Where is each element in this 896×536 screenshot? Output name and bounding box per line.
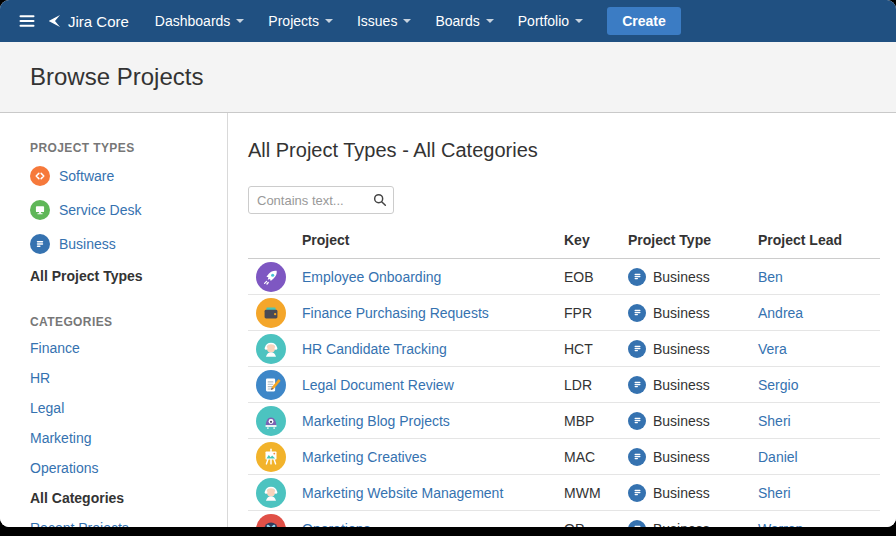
lead-column-header: Project Lead: [754, 226, 880, 259]
project-key: MWM: [560, 475, 624, 511]
project-type-label: Business: [653, 449, 710, 465]
content-area: PROJECT TYPES Software Service Desk Busi…: [0, 113, 896, 527]
business-type-icon: [628, 376, 646, 394]
project-key: MBP: [560, 403, 624, 439]
chevron-down-icon: [575, 19, 583, 23]
sidebar-item-legal: Legal: [30, 393, 217, 423]
person-icon: [256, 334, 286, 364]
nav-menu-item-projects[interactable]: Projects: [256, 0, 345, 42]
project-link[interactable]: Marketing Blog Projects: [302, 413, 450, 429]
project-link[interactable]: Employee Onboarding: [302, 269, 441, 285]
sidebar-item-software: Software: [30, 159, 217, 193]
project-lead-link[interactable]: Vera: [758, 341, 787, 357]
software-icon: [30, 166, 50, 186]
table-row: HR Candidate Tracking HCT Business Vera: [248, 331, 880, 367]
sidebar-item-hr: HR: [30, 363, 217, 393]
table-row: Finance Purchasing Requests FPR Business…: [248, 295, 880, 331]
hamburger-menu-icon[interactable]: [14, 8, 40, 34]
chevron-down-icon: [403, 19, 411, 23]
project-lead-link[interactable]: Warren: [758, 521, 803, 528]
table-row: Employee Onboarding EOB Business Ben: [248, 259, 880, 295]
type-column-header: Project Type: [624, 226, 754, 259]
create-button[interactable]: Create: [607, 7, 681, 35]
project-lead-link[interactable]: Sheri: [758, 485, 791, 501]
project-link[interactable]: Legal Document Review: [302, 377, 454, 393]
nav-menu-item-portfolio[interactable]: Portfolio: [506, 0, 595, 42]
app-window: Jira Core Dashboards Projects Issues Boa…: [0, 0, 896, 527]
tools-icon: [256, 514, 286, 528]
nav-menu-item-issues[interactable]: Issues: [345, 0, 423, 42]
business-type-icon: [628, 520, 646, 528]
business-type-icon: [628, 448, 646, 466]
project-key: OP: [560, 511, 624, 528]
project-type-label: Business: [653, 377, 710, 393]
sidebar-item-all-categories: All Categories: [30, 483, 217, 513]
project-type-label: Business: [653, 413, 710, 429]
business-type-icon: [628, 340, 646, 358]
sidebar-section: PROJECT TYPES Software Service Desk Busi…: [30, 141, 217, 291]
filters-sidebar: PROJECT TYPES Software Service Desk Busi…: [0, 113, 228, 527]
project-lead-link[interactable]: Sheri: [758, 413, 791, 429]
page-title: Browse Projects: [30, 63, 866, 91]
project-lead-link[interactable]: Daniel: [758, 449, 798, 465]
project-lead-link[interactable]: Sergio: [758, 377, 798, 393]
table-row: Marketing Blog Projects MBP Business She…: [248, 403, 880, 439]
sidebar-item-business: Business: [30, 227, 217, 261]
brand-label: Jira Core: [68, 13, 129, 30]
wallet-icon: [256, 298, 286, 328]
chevron-down-icon: [236, 19, 244, 23]
chevron-down-icon: [486, 19, 494, 23]
business-type-icon: [628, 304, 646, 322]
project-link[interactable]: HR Candidate Tracking: [302, 341, 447, 357]
sidebar-item-marketing: Marketing: [30, 423, 217, 453]
project-key: HCT: [560, 331, 624, 367]
business-type-icon: [628, 412, 646, 430]
business-icon: [30, 234, 50, 254]
project-type-label: Business: [653, 485, 710, 501]
sidebar-item-finance: Finance: [30, 333, 217, 363]
project-column-header: Project: [298, 226, 560, 259]
key-column-header: Key: [560, 226, 624, 259]
sidebar-item-operations: Operations: [30, 453, 217, 483]
easel-icon: [256, 442, 286, 472]
person-icon: [256, 478, 286, 508]
notepad-icon: [256, 370, 286, 400]
project-link[interactable]: Operations: [302, 521, 370, 528]
project-link[interactable]: Marketing Creatives: [302, 449, 427, 465]
project-key: FPR: [560, 295, 624, 331]
main-menu: Dashboards Projects Issues Boards Portfo…: [143, 0, 595, 42]
project-link[interactable]: Marketing Website Management: [302, 485, 503, 501]
chevron-down-icon: [325, 19, 333, 23]
avatar-column-header: [248, 226, 298, 259]
sidebar-item-recent-projects: Recent Projects: [30, 513, 217, 527]
nav-menu-item-dashboards[interactable]: Dashboards: [143, 0, 257, 42]
project-type-label: Business: [653, 341, 710, 357]
sidebar-section: CATEGORIES Finance HR Legal Marketing Op…: [30, 315, 217, 527]
top-navbar: Jira Core Dashboards Projects Issues Boa…: [0, 0, 896, 42]
business-type-icon: [628, 484, 646, 502]
page-header: Browse Projects: [0, 42, 896, 113]
table-row: Operations OP Business Warren: [248, 511, 880, 528]
service-desk-icon: [30, 200, 50, 220]
table-row: Marketing Creatives MAC Business Daniel: [248, 439, 880, 475]
project-key: LDR: [560, 367, 624, 403]
rocket-icon: [256, 262, 286, 292]
nav-menu-item-boards[interactable]: Boards: [423, 0, 505, 42]
project-lead-link[interactable]: Ben: [758, 269, 783, 285]
project-link[interactable]: Finance Purchasing Requests: [302, 305, 489, 321]
sidebar-section-title: CATEGORIES: [30, 315, 217, 329]
table-header-row: Project Key Project Type Project Lead: [248, 226, 880, 259]
business-type-icon: [628, 268, 646, 286]
table-row: Marketing Website Management MWM Busines…: [248, 475, 880, 511]
projects-main: All Project Types - All Categories Proje…: [228, 113, 896, 527]
project-type-label: Business: [653, 521, 710, 528]
jira-logo-icon: [46, 13, 62, 29]
alien-icon: [256, 406, 286, 436]
project-key: EOB: [560, 259, 624, 295]
project-filter-search: [248, 186, 394, 214]
brand-link[interactable]: Jira Core: [46, 13, 129, 30]
project-lead-link[interactable]: Andrea: [758, 305, 803, 321]
project-key: MAC: [560, 439, 624, 475]
sidebar-section-title: PROJECT TYPES: [30, 141, 217, 155]
sidebar-item-all-project-types: All Project Types: [30, 261, 217, 291]
